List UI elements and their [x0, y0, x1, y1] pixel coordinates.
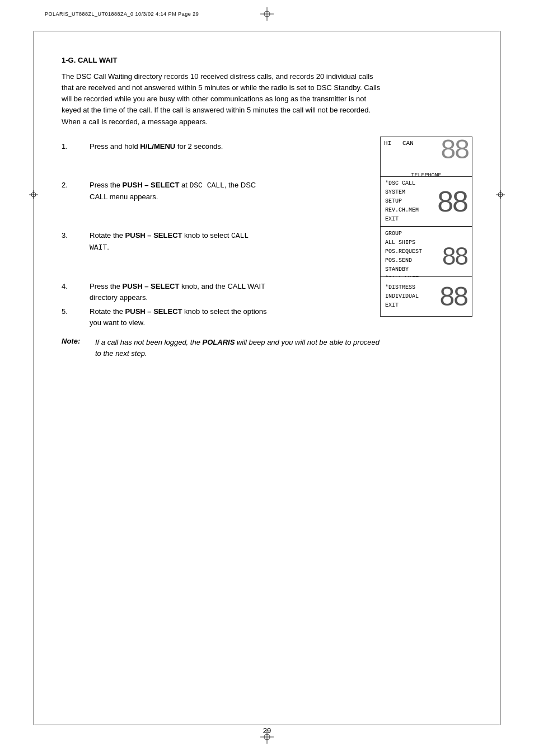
note-label: Note:: [62, 337, 95, 345]
intro-paragraph: The DSC Call Waiting directory records 1…: [62, 71, 386, 128]
page-border-right: [500, 31, 500, 725]
step-1-row: 1. Press and hold H/L/MENU for 2 seconds…: [62, 141, 489, 152]
header-filename: POLARIS_UT888ZL_UT01888ZA_0 10/3/02 4:14…: [45, 11, 199, 17]
step-2-mono: DSC CALL: [189, 181, 224, 190]
display-1: HI CAN 88 TELEPHONE: [380, 137, 472, 181]
section-title: 1-G. CALL WAIT: [62, 56, 489, 64]
display-3-number: 88: [442, 244, 467, 269]
page-border-bottom: [34, 725, 500, 725]
step-5-bold: PUSH – SELECT: [125, 307, 182, 316]
main-content: 1-G. CALL WAIT The DSC Call Waiting dire…: [62, 56, 489, 359]
bottom-crosshair: [260, 730, 274, 744]
step-2-text: Press the PUSH – SELECT at DSC CALL, the…: [90, 180, 269, 202]
step-1-text: Press and hold H/L/MENU for 2 seconds.: [90, 141, 269, 152]
step-2-number: 2.: [62, 180, 90, 189]
page-border-top: [34, 31, 500, 31]
display-4-text: *DISTRESSINDIVIDUALEXIT: [385, 283, 438, 310]
note-text: If a call has not been logged, the POLAR…: [95, 337, 386, 359]
header-crosshair-icon: [260, 7, 274, 21]
step-3-row: 3. Rotate the PUSH – SELECT knob to sele…: [62, 230, 489, 253]
display-4: *DISTRESSINDIVIDUALEXIT 88: [380, 276, 472, 317]
steps-area: 1. Press and hold H/L/MENU for 2 seconds…: [62, 141, 489, 359]
display-3-text: GROUPALL SHIPSPOS.REQUESTPOS.SENDSTANDBY…: [385, 229, 440, 283]
step-1-number: 1.: [62, 141, 90, 151]
step-5-number: 5.: [62, 306, 90, 316]
left-crosshair-marker: [29, 190, 38, 201]
step-3-number: 3.: [62, 230, 90, 240]
page-header: POLARIS_UT888ZL_UT01888ZA_0 10/3/02 4:14…: [45, 11, 489, 17]
display-4-number: 88: [440, 283, 467, 310]
step-2-row: 2. Press the PUSH – SELECT at DSC CALL, …: [62, 180, 489, 202]
bottom-crosshair-icon: [260, 730, 274, 744]
step-4-number: 4.: [62, 281, 90, 290]
right-crosshair-marker: [496, 190, 505, 201]
steps-4-5-area: 4. Press the PUSH – SELECT knob, and the…: [62, 281, 489, 328]
step-4-bold: PUSH – SELECT: [123, 282, 180, 290]
step-3-text: Rotate the PUSH – SELECT knob to select …: [90, 230, 269, 253]
display-1-text: HI CAN: [384, 139, 437, 148]
display-1-number: 88: [441, 136, 469, 163]
page-border-left: [34, 31, 34, 725]
step-3-bold: PUSH – SELECT: [125, 231, 182, 240]
display-2: *DSC CALLSYSTEMSETUPREV.CH.MEMEXIT 88: [380, 176, 472, 227]
step-2-bold: PUSH – SELECT: [123, 181, 180, 189]
note-row: Note: If a call has not been logged, the…: [62, 337, 386, 359]
display-2-text: *DSC CALLSYSTEMSETUPREV.CH.MEMEXIT: [385, 179, 435, 224]
step-1-bold: H/L/MENU: [140, 142, 175, 151]
step-5-text: Rotate the PUSH – SELECT knob to select …: [90, 306, 269, 328]
note-brand: POLARIS: [203, 338, 235, 346]
display-2-number: 88: [437, 187, 467, 216]
step-4-text: Press the PUSH – SELECT knob, and the CA…: [90, 281, 269, 303]
